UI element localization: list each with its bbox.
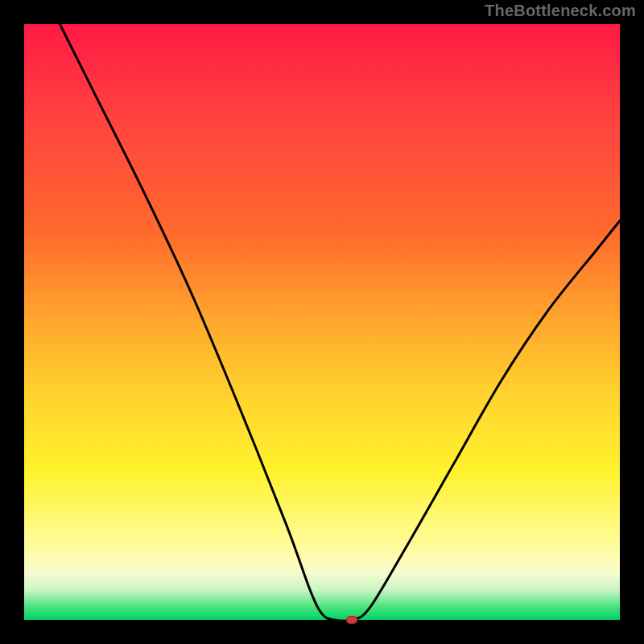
bottleneck-curve xyxy=(24,24,620,620)
plot-area xyxy=(24,24,620,620)
chart-frame: TheBottleneck.com xyxy=(0,0,644,644)
minimum-marker xyxy=(346,616,357,624)
watermark-text: TheBottleneck.com xyxy=(485,2,636,20)
